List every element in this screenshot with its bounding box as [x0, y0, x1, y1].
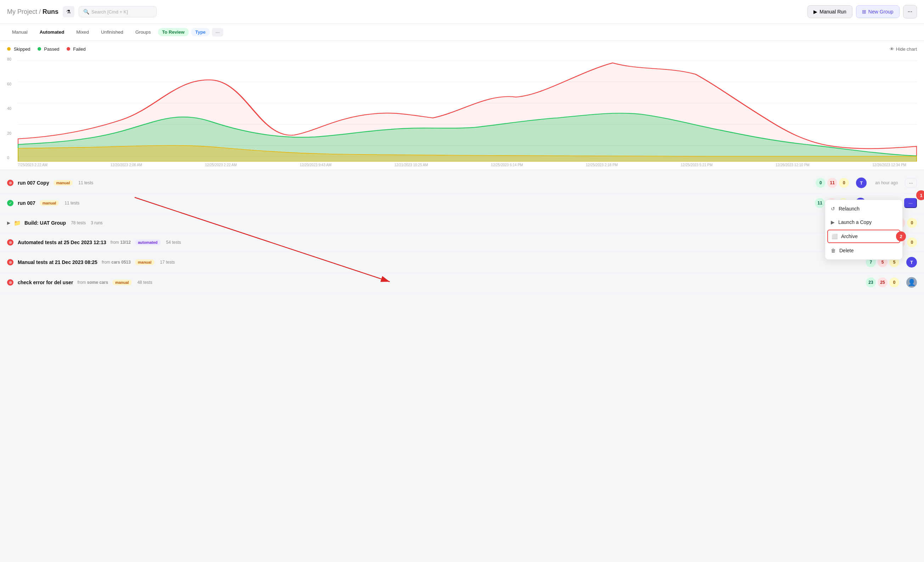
- archive-label: Archive: [841, 233, 858, 239]
- filter-button[interactable]: ⚗: [63, 6, 74, 17]
- context-menu-relaunch[interactable]: ↺ Relaunch: [825, 202, 902, 215]
- delete-label: Delete: [839, 248, 854, 253]
- run-tests-007: 11 tests: [64, 201, 80, 206]
- header: My Project / Runs ⚗ 🔍 Search [Cmd + K] ▶…: [0, 0, 924, 24]
- new-group-button[interactable]: ⊞ New Group: [856, 5, 900, 18]
- chart-xaxis: 7/25/2023 2:22 AM 12/20/2023 2:06 AM 12/…: [7, 162, 917, 170]
- header-actions: ▶ Manual Run ⊞ New Group ···: [807, 5, 917, 18]
- chart-section: Skipped Passed Failed 👁 Hide chart 80 60…: [0, 41, 924, 170]
- run-status-pass-007: ✓: [7, 200, 14, 206]
- tab-unfinished[interactable]: Unfinished: [96, 27, 128, 37]
- run-avatar-manual21dec: T: [906, 257, 917, 267]
- run-row-build-uat: ▶ 📁 Build: UAT Group 78 tests 3 runs 33 …: [0, 213, 924, 233]
- launch-copy-icon: ▶: [831, 219, 835, 225]
- new-group-icon: ⊞: [862, 9, 866, 15]
- runs-title: Runs: [42, 8, 58, 15]
- breadcrumb-separator: /: [39, 8, 42, 15]
- context-menu-delete[interactable]: 🗑 Delete: [825, 244, 902, 257]
- launch-copy-label: Launch a Copy: [838, 219, 872, 225]
- tab-manual[interactable]: Manual: [7, 27, 33, 37]
- chart-legend: Skipped Passed Failed: [7, 47, 917, 52]
- run-row-007: ✓ run 007 manual 11 tests 11 0 0 T an ho…: [0, 193, 924, 213]
- run-name-007copy[interactable]: run 007 Copy: [18, 180, 49, 186]
- legend-skipped: Skipped: [7, 47, 30, 52]
- search-box: 🔍 Search [Cmd + K]: [79, 6, 157, 17]
- delete-icon: 🗑: [831, 248, 836, 253]
- count-green-checkerror: 23: [866, 278, 876, 287]
- project-name[interactable]: My Project: [7, 8, 37, 15]
- relaunch-label: Relaunch: [838, 206, 860, 212]
- run-counts-checkerror: 23 25 0: [866, 278, 899, 287]
- run-name-007[interactable]: run 007: [18, 200, 35, 206]
- annotation-badge-1: 1: [916, 190, 924, 200]
- run-status-fail-checkerror: ⊗: [7, 279, 14, 286]
- failed-dot: [67, 47, 70, 51]
- run-row-007copy: ⊗ run 007 Copy manual 11 tests 0 11 0 T …: [0, 173, 924, 193]
- breadcrumb: My Project / Runs: [7, 8, 58, 16]
- relaunch-icon: ↺: [831, 206, 835, 212]
- chart-area: 80 60 40 20 0: [7, 55, 917, 162]
- run-badge-automated25dec: automated: [135, 239, 160, 245]
- tab-groups[interactable]: Groups: [130, 27, 156, 37]
- annotation-badge-2: 2: [896, 231, 906, 241]
- count-yellow-build-uat: 0: [907, 218, 917, 228]
- run-counts-007copy: 0 11 0: [816, 178, 849, 188]
- run-tests-automated25dec: 54 tests: [166, 240, 181, 245]
- search-placeholder[interactable]: Search [Cmd + K]: [92, 9, 128, 15]
- run-row-manual21dec: ⊗ Manual tests at 21 Dec 2023 08:25 from…: [0, 252, 924, 272]
- tab-type[interactable]: Type: [191, 28, 210, 36]
- tab-to-review[interactable]: To Review: [158, 28, 189, 36]
- group-tests-build-uat: 78 tests: [71, 220, 86, 225]
- tab-automated[interactable]: Automated: [35, 27, 69, 37]
- passed-dot: [38, 47, 41, 51]
- count-red-checkerror: 25: [878, 278, 888, 287]
- more-options-button[interactable]: ···: [903, 5, 917, 18]
- manual-run-label: Manual Run: [819, 9, 846, 15]
- legend-passed: Passed: [38, 47, 60, 52]
- run-tests-checkerror: 48 tests: [138, 280, 152, 285]
- run-from-automated25dec: from 13/12: [111, 240, 131, 245]
- runs-container: ⊗ run 007 Copy manual 11 tests 0 11 0 T …: [0, 173, 924, 293]
- run-status-fail-manual21dec: ⊗: [7, 259, 14, 265]
- context-menu-archive[interactable]: ⬜ Archive 2: [827, 230, 900, 243]
- group-folder-icon: 📁: [14, 220, 21, 227]
- group-chevron[interactable]: ▶: [7, 220, 10, 225]
- hide-chart-button[interactable]: 👁 Hide chart: [890, 47, 917, 52]
- tabs-bar: Manual Automated Mixed Unfinished Groups…: [0, 24, 924, 41]
- hide-chart-icon: 👁: [890, 47, 894, 52]
- play-icon: ▶: [813, 9, 818, 15]
- run-avatar-007copy: T: [856, 177, 867, 188]
- run-name-checkerror[interactable]: check error for del user: [18, 279, 73, 285]
- run-status-fail-automated: ⊗: [7, 239, 14, 246]
- tab-more[interactable]: ···: [212, 28, 223, 36]
- legend-failed: Failed: [67, 47, 86, 52]
- skipped-dot: [7, 47, 10, 51]
- archive-icon: ⬜: [831, 233, 837, 239]
- run-row-checkerror: ⊗ check error for del user from some car…: [0, 272, 924, 293]
- tab-mixed[interactable]: Mixed: [71, 27, 94, 37]
- manual-run-button[interactable]: ▶ Manual Run: [807, 5, 852, 18]
- count-yellow-007copy: 0: [839, 178, 849, 188]
- count-yellow-checkerror: 0: [889, 278, 899, 287]
- context-menu-launch-copy[interactable]: ▶ Launch a Copy: [825, 215, 902, 229]
- new-group-label: New Group: [868, 9, 894, 15]
- search-icon: 🔍: [83, 9, 89, 15]
- run-name-automated25dec[interactable]: Automated tests at 25 Dec 2023 12:13: [18, 239, 106, 245]
- group-name-build-uat[interactable]: Build: UAT Group: [24, 220, 66, 226]
- run-avatar-checkerror: 👤: [906, 277, 917, 288]
- count-green-007: 11: [815, 198, 825, 208]
- run-tests-007copy: 11 tests: [78, 180, 93, 185]
- run-time-007copy: an hour ago: [875, 180, 898, 185]
- run-badge-007: manual: [40, 200, 59, 206]
- run-menu-007-active[interactable]: ···: [904, 198, 917, 208]
- run-badge-manual21dec: manual: [135, 259, 154, 265]
- context-menu: ↺ Relaunch ▶ Launch a Copy ⬜ Archive 2 🗑…: [825, 200, 903, 260]
- run-name-manual21dec[interactable]: Manual tests at 21 Dec 2023 08:25: [18, 259, 98, 265]
- chart-svg: [18, 55, 917, 162]
- run-menu-007copy[interactable]: ···: [905, 178, 917, 188]
- run-row-automated25dec: ⊗ Automated tests at 25 Dec 2023 12:13 f…: [0, 233, 924, 252]
- count-yellow-automated: 0: [907, 237, 917, 247]
- group-runs-build-uat: 3 runs: [91, 220, 102, 225]
- run-badge-checkerror: manual: [112, 279, 132, 285]
- run-from-checkerror: from some cars: [77, 280, 108, 285]
